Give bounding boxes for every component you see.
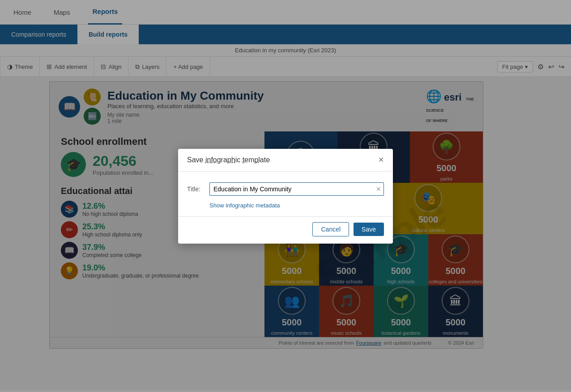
- title-input-wrap: ✕: [209, 182, 384, 196]
- modal-footer: Cancel Save: [178, 216, 393, 244]
- title-input[interactable]: [209, 182, 384, 196]
- modal-overlay: Save infographic template ✕ Title: ✕ Sho…: [0, 77, 571, 390]
- save-button[interactable]: Save: [354, 223, 384, 236]
- title-label: Title:: [187, 185, 205, 193]
- modal-title: Save infographic template: [187, 156, 270, 164]
- save-template-modal: Save infographic template ✕ Title: ✕ Sho…: [178, 149, 393, 244]
- cancel-button[interactable]: Cancel: [312, 222, 349, 236]
- modal-header: Save infographic template ✕: [178, 149, 393, 172]
- show-metadata-link[interactable]: Show infographic metadata: [209, 202, 280, 209]
- main-area: 📖 📜 🔤 Education in My Community Places o…: [0, 77, 571, 390]
- clear-title-button[interactable]: ✕: [376, 185, 381, 193]
- modal-close-button[interactable]: ✕: [378, 156, 384, 164]
- title-field: Title: ✕: [187, 182, 384, 196]
- modal-body: Title: ✕ Show infographic metadata: [178, 172, 393, 216]
